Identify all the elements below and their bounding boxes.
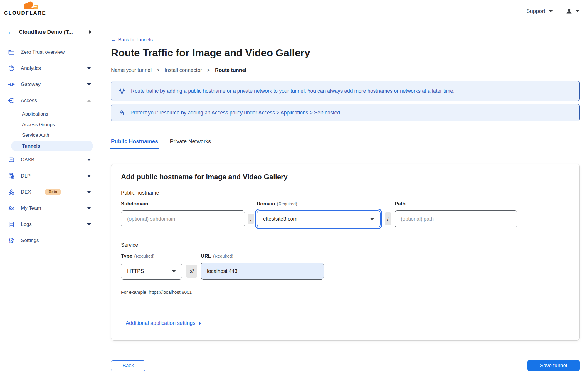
sidebar-item-dex[interactable]: DEX Beta bbox=[0, 184, 98, 200]
protect-resource-banner: Protect your resource by adding an Acces… bbox=[111, 104, 580, 121]
sidebar-item-access[interactable]: Access bbox=[0, 92, 98, 109]
chevron-down-icon bbox=[87, 223, 91, 226]
url-example-text: For example, https://localhost:8001 bbox=[121, 290, 570, 295]
window-icon bbox=[7, 48, 15, 56]
step-install-connector[interactable]: Install connector bbox=[164, 67, 202, 73]
chevron-down-icon bbox=[172, 270, 176, 273]
tab-public-hostnames[interactable]: Public Hostnames bbox=[111, 138, 158, 149]
sidebar-item-my-team[interactable]: My Team bbox=[0, 200, 98, 216]
team-icon bbox=[7, 205, 15, 212]
type-label: Type(Required) bbox=[121, 253, 182, 259]
domain-required-note: (Required) bbox=[277, 202, 297, 206]
chevron-down-icon bbox=[549, 10, 553, 12]
card-divider bbox=[121, 303, 570, 303]
subdomain-label: Subdomain bbox=[121, 201, 245, 207]
path-input[interactable] bbox=[395, 210, 517, 227]
chevron-down-icon bbox=[87, 159, 91, 161]
route-tip-text: Route traffic by adding a public hostnam… bbox=[131, 88, 455, 94]
chevron-down-icon bbox=[87, 191, 91, 193]
url-required-note: (Required) bbox=[213, 254, 233, 258]
scheme-separator: :// bbox=[186, 265, 197, 278]
chevron-up-icon bbox=[87, 99, 91, 102]
gateway-icon bbox=[7, 81, 15, 88]
sidebar-item-service-auth[interactable]: Service Auth bbox=[0, 130, 98, 140]
expand-right-icon bbox=[199, 321, 201, 325]
sidebar-item-dlp[interactable]: DLP bbox=[0, 168, 98, 184]
user-icon bbox=[566, 8, 573, 15]
domain-label: Domain(Required) bbox=[257, 201, 381, 207]
chevron-down-icon bbox=[575, 10, 580, 12]
subdomain-field-group: Subdomain bbox=[121, 201, 245, 227]
add-hostname-card: Add public hostname for Image and Video … bbox=[111, 164, 580, 341]
account-switcher[interactable]: ← Cloudflare Demo (T... bbox=[0, 22, 98, 40]
service-type-select[interactable]: HTTPS bbox=[121, 263, 182, 280]
sidebar-item-settings[interactable]: ⚙ Settings bbox=[0, 232, 98, 249]
document-lock-icon bbox=[7, 172, 15, 180]
service-field-row: Type(Required) HTTPS :// URL(Required) bbox=[121, 253, 570, 280]
cloudflare-wordmark: CLOUDFLARE bbox=[4, 10, 51, 16]
hostname-field-row: Subdomain . Domain(Required) cftestsite3… bbox=[121, 201, 570, 227]
network-nodes-icon bbox=[7, 188, 15, 196]
support-label: Support bbox=[526, 8, 545, 14]
service-url-input[interactable] bbox=[201, 263, 324, 280]
lock-icon bbox=[118, 109, 125, 116]
logs-icon bbox=[7, 221, 15, 228]
expand-right-icon[interactable] bbox=[89, 30, 92, 34]
main-content: ← Back to Tunnels Route Traffic for Imag… bbox=[99, 22, 587, 392]
pie-chart-icon bbox=[7, 65, 15, 72]
user-menu[interactable] bbox=[566, 8, 580, 15]
topbar: CLOUDFLARE Support bbox=[0, 0, 587, 22]
access-icon bbox=[7, 97, 15, 104]
dot-separator: . bbox=[248, 214, 254, 224]
step-separator: > bbox=[207, 67, 210, 73]
type-required-note: (Required) bbox=[134, 254, 154, 258]
breadcrumb-steps: Name your tunnel > Install connector > R… bbox=[111, 67, 580, 73]
sidebar-item-casb[interactable]: CASB bbox=[0, 152, 98, 168]
cloudflare-logo: CLOUDFLARE bbox=[4, 1, 51, 16]
sidebar-item-applications[interactable]: Applications bbox=[0, 109, 98, 119]
support-menu[interactable]: Support bbox=[526, 8, 553, 14]
card-heading: Add public hostname for Image and Video … bbox=[121, 173, 570, 181]
save-tunnel-button[interactable]: Save tunnel bbox=[527, 360, 580, 371]
tab-bar: Public Hostnames Private Networks bbox=[111, 138, 580, 149]
domain-select-value: cftestsite3.com bbox=[263, 216, 297, 222]
tab-private-networks[interactable]: Private Networks bbox=[170, 138, 211, 149]
gear-icon: ⚙ bbox=[7, 237, 15, 244]
step-route-tunnel: Route tunnel bbox=[215, 67, 246, 73]
sidebar-item-analytics[interactable]: Analytics bbox=[0, 60, 98, 76]
page-title: Route Traffic for Image and Video Galler… bbox=[111, 47, 580, 59]
domain-select[interactable]: cftestsite3.com bbox=[257, 210, 381, 227]
sidebar-item-logs[interactable]: Logs bbox=[0, 216, 98, 232]
domain-field-group: Domain(Required) cftestsite3.com bbox=[257, 201, 381, 227]
sidebar-item-tunnels[interactable]: Tunnels bbox=[11, 141, 93, 151]
url-label: URL(Required) bbox=[201, 253, 324, 259]
back-to-tunnels-link[interactable]: ← Back to Tunnels bbox=[111, 37, 153, 43]
step-name-your-tunnel[interactable]: Name your tunnel bbox=[111, 67, 152, 73]
cloudflare-cloud-icon bbox=[21, 1, 40, 11]
subdomain-input[interactable] bbox=[121, 210, 245, 227]
lightbulb-icon bbox=[118, 87, 126, 95]
footer-actions: Back Save tunnel bbox=[111, 354, 580, 377]
beta-badge: Beta bbox=[45, 189, 61, 195]
step-separator: > bbox=[157, 67, 159, 73]
additional-settings-toggle[interactable]: Additional application settings bbox=[126, 320, 570, 326]
chevron-down-icon bbox=[87, 175, 91, 177]
service-type-value: HTTPS bbox=[127, 268, 144, 274]
sidebar-bottom-divider bbox=[0, 253, 98, 253]
url-field-group: URL(Required) bbox=[201, 253, 324, 280]
sidebar: ← Cloudflare Demo (T... Zero Trust overv… bbox=[0, 22, 98, 392]
chevron-down-icon bbox=[87, 83, 91, 86]
sidebar-item-gateway[interactable]: Gateway bbox=[0, 76, 98, 92]
chevron-down-icon bbox=[87, 207, 91, 209]
back-button[interactable]: Back bbox=[111, 360, 145, 371]
account-name: Cloudflare Demo (T... bbox=[19, 29, 84, 35]
access-applications-link[interactable]: Access > Applications > Self-hosted bbox=[258, 110, 340, 116]
sidebar-item-zero-trust-overview[interactable]: Zero Trust overview bbox=[0, 44, 98, 60]
casb-icon bbox=[7, 156, 15, 164]
back-arrow-icon[interactable]: ← bbox=[7, 28, 14, 35]
slash-separator: / bbox=[385, 212, 391, 225]
service-section-label: Service bbox=[121, 242, 570, 248]
sidebar-item-access-groups[interactable]: Access Groups bbox=[0, 119, 98, 130]
protect-text: Protect your resource by adding an Acces… bbox=[130, 110, 342, 116]
path-label: Path bbox=[395, 201, 517, 207]
